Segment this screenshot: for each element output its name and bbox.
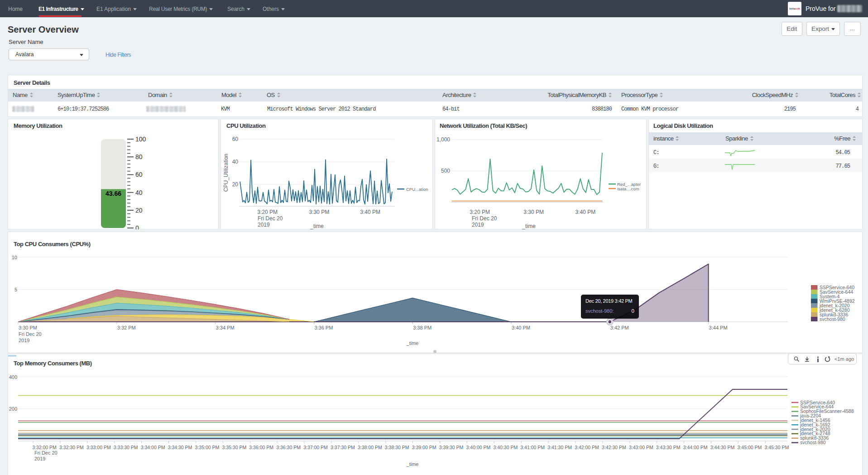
svg-text:Fri Dec 20: Fri Dec 20 — [472, 215, 497, 222]
svg-text:43.66: 43.66 — [106, 190, 121, 197]
svg-text:svchost-980: svchost-980 — [820, 316, 845, 322]
svg-text:CPU_Utilization: CPU_Utilization — [223, 154, 229, 192]
svg-text:_time: _time — [522, 223, 536, 229]
svg-text:CPU...ation: CPU...ation — [406, 187, 428, 192]
svg-text:3:44:30 PM: 3:44:30 PM — [710, 445, 735, 450]
svg-text:60: 60 — [135, 171, 143, 178]
svg-text:3:33:00 PM: 3:33:00 PM — [86, 445, 111, 450]
svg-text:5: 5 — [14, 287, 17, 292]
svg-text:3:38:30 PM: 3:38:30 PM — [385, 445, 409, 450]
svg-text:3:41:30 PM: 3:41:30 PM — [547, 445, 572, 450]
svg-text:3:43:30 PM: 3:43:30 PM — [656, 445, 681, 450]
svg-text:3:38 PM: 3:38 PM — [413, 325, 432, 330]
svg-text:Fri Dec 20: Fri Dec 20 — [34, 450, 58, 456]
svg-text:3:42:00 PM: 3:42:00 PM — [575, 445, 599, 450]
svg-text:60: 60 — [232, 136, 239, 142]
svg-text:40: 40 — [232, 159, 239, 165]
svg-text:80: 80 — [135, 153, 143, 160]
svg-text:3:39:00 PM: 3:39:00 PM — [412, 445, 436, 450]
svg-text:3:40 PM: 3:40 PM — [512, 325, 530, 330]
svg-text:3:40 PM: 3:40 PM — [360, 209, 380, 215]
svg-text:3:42 PM: 3:42 PM — [610, 325, 629, 330]
svg-text:3:36:30 PM: 3:36:30 PM — [276, 445, 301, 450]
svg-text:3:30 PM: 3:30 PM — [19, 325, 37, 330]
svg-text:1,000: 1,000 — [436, 136, 450, 143]
svg-text:3:44:00 PM: 3:44:00 PM — [683, 445, 708, 450]
svg-text:3:45:00 PM: 3:45:00 PM — [738, 445, 762, 450]
svg-text:3:35:30 PM: 3:35:30 PM — [222, 445, 246, 450]
svg-text:20: 20 — [232, 181, 239, 188]
svg-text:2019: 2019 — [472, 222, 484, 228]
svg-text:3:40:30 PM: 3:40:30 PM — [493, 445, 518, 450]
svg-text:2019: 2019 — [34, 456, 45, 461]
svg-text:3:38:00 PM: 3:38:00 PM — [358, 445, 382, 450]
svg-text:3:30 PM: 3:30 PM — [523, 209, 544, 215]
svg-text:20: 20 — [135, 207, 143, 214]
svg-text:3:36:00 PM: 3:36:00 PM — [249, 445, 273, 450]
svg-text:3:32:30 PM: 3:32:30 PM — [59, 445, 84, 450]
svg-text:_time: _time — [310, 223, 324, 229]
svg-text:3:42:30 PM: 3:42:30 PM — [602, 445, 626, 450]
svg-text:0: 0 — [135, 224, 139, 229]
svg-text:100: 100 — [135, 136, 146, 143]
svg-text:3:41:00 PM: 3:41:00 PM — [520, 445, 545, 450]
svg-text:3:40 PM: 3:40 PM — [575, 209, 595, 215]
svg-text:svchost-980: svchost-980 — [800, 440, 826, 445]
svg-text:3:45:30 PM: 3:45:30 PM — [764, 445, 789, 450]
svg-text:3:39:30 PM: 3:39:30 PM — [439, 445, 464, 450]
svg-text:3:35:00 PM: 3:35:00 PM — [195, 445, 220, 450]
svg-text:3:33:30 PM: 3:33:30 PM — [114, 445, 138, 450]
svg-text:3:40:00 PM: 3:40:00 PM — [466, 445, 491, 450]
svg-text:3:20 PM: 3:20 PM — [257, 209, 278, 215]
svg-text:40: 40 — [135, 189, 143, 196]
svg-text:500: 500 — [441, 168, 450, 174]
svg-text:2019: 2019 — [19, 338, 29, 343]
svg-text:Fri Dec 20: Fri Dec 20 — [19, 331, 42, 337]
svg-text:3:32:00 PM: 3:32:00 PM — [32, 445, 57, 450]
svg-text:3:20 PM: 3:20 PM — [470, 209, 490, 215]
svg-text:3:30 PM: 3:30 PM — [309, 209, 329, 215]
svg-text:10: 10 — [12, 255, 17, 260]
svg-text:3:43:00 PM: 3:43:00 PM — [629, 445, 653, 450]
svg-text:3:37:30 PM: 3:37:30 PM — [331, 445, 355, 450]
svg-text:2019: 2019 — [258, 222, 270, 228]
svg-text:400: 400 — [9, 374, 17, 380]
svg-text:200: 200 — [9, 406, 17, 412]
svg-text:Fri Dec 20: Fri Dec 20 — [258, 215, 283, 222]
svg-text:3:36 PM: 3:36 PM — [314, 325, 333, 330]
svg-text:3:37:00 PM: 3:37:00 PM — [303, 445, 328, 450]
svg-text:_time: _time — [406, 340, 419, 346]
svg-text:3:34 PM: 3:34 PM — [216, 325, 235, 330]
svg-text:3:44 PM: 3:44 PM — [709, 325, 728, 330]
svg-text:3:34:00 PM: 3:34:00 PM — [141, 445, 165, 450]
svg-text:isata....com: isata....com — [617, 186, 639, 191]
svg-text:3:34:30 PM: 3:34:30 PM — [168, 445, 192, 450]
svg-text:_time: _time — [406, 461, 419, 467]
svg-text:3:32 PM: 3:32 PM — [117, 325, 136, 330]
